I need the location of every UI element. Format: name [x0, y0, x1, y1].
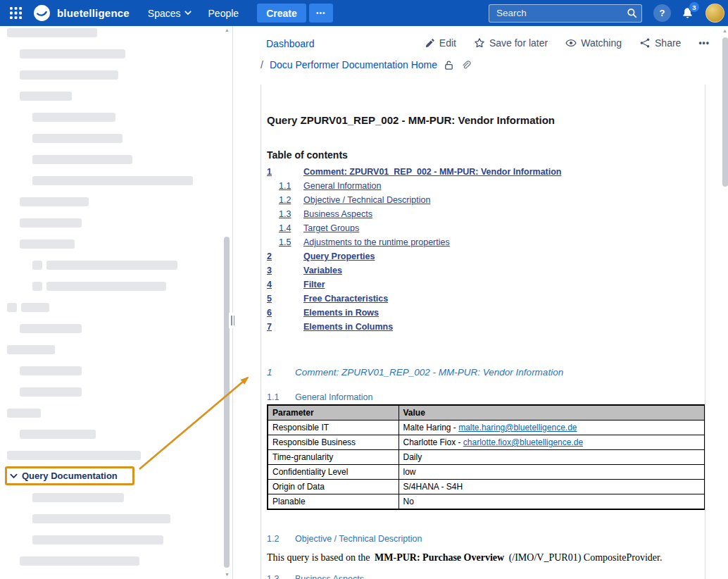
sidebar-skeleton-item[interactable]	[32, 113, 115, 122]
sidebar-skeleton-item[interactable]	[32, 514, 170, 523]
breadcrumb-dashboard[interactable]: Dashboard	[266, 38, 315, 49]
sidebar-skeleton-item[interactable]	[32, 535, 163, 544]
user-avatar[interactable]	[705, 4, 724, 23]
brand-name[interactable]: bluetelligence	[57, 7, 130, 19]
value-text: Daily	[403, 452, 422, 462]
scroll-up-icon[interactable]: ▲	[722, 28, 727, 33]
app-switcher-icon[interactable]	[10, 7, 22, 19]
toc-number-link[interactable]: 7	[267, 320, 303, 334]
breadcrumb-separator: /	[261, 59, 263, 70]
toc-label-link[interactable]: Free Characteristics	[303, 294, 388, 304]
sidebar-page-tree: Query Documentation ▲ ▼	[0, 26, 232, 579]
sidebar-resize-handle[interactable]	[229, 313, 237, 328]
toc-label-link[interactable]: Query Properties	[303, 251, 375, 261]
toc-label-link[interactable]: Target Groups	[303, 223, 359, 233]
toc-label-link[interactable]: Variables	[303, 266, 342, 275]
toc-entry: 7Elements in Columns	[267, 320, 705, 334]
toc-number-link[interactable]: 3	[267, 263, 303, 278]
help-button[interactable]: ?	[653, 4, 671, 22]
sidebar-skeleton-item[interactable]	[20, 218, 82, 228]
toc-number-link[interactable]: 5	[267, 292, 303, 306]
toc-number-link[interactable]: 2	[267, 249, 303, 263]
content-scrollbar-thumb[interactable]	[722, 37, 728, 187]
value-cell: No	[398, 494, 705, 510]
sidebar-skeleton-item[interactable]	[20, 197, 89, 206]
toc-number-link[interactable]: 1.4	[267, 221, 303, 235]
attachment-paperclip-icon[interactable]	[460, 60, 471, 70]
app: bluetelligence Spaces People Create ••• …	[0, 0, 728, 579]
toc-label-link[interactable]: Adjustments to the runtime properties	[303, 237, 450, 247]
sidebar-skeleton-item[interactable]	[32, 493, 124, 502]
search-input[interactable]	[489, 4, 642, 23]
toc-label-link[interactable]: Objective / Technical Description	[303, 195, 430, 205]
sidebar-skeleton-item[interactable]	[20, 239, 75, 249]
paragraph-bold-text: MM-PUR: Purchase Overview	[372, 552, 506, 563]
nav-spaces[interactable]: Spaces	[148, 8, 192, 19]
scroll-up-icon[interactable]: ▲	[225, 27, 230, 32]
email-link[interactable]: malte.haring@bluetelligence.de	[458, 423, 577, 432]
breadcrumb-current[interactable]: Docu Performer Documentation Home	[270, 59, 437, 70]
sidebar-skeleton-item[interactable]	[20, 430, 96, 439]
save-for-later-label: Save for later	[489, 37, 548, 49]
sidebar-skeleton-item[interactable]	[20, 556, 139, 566]
sidebar-skeleton-item[interactable]	[7, 28, 97, 37]
section-title: Business Aspects	[295, 574, 364, 579]
toc-number-link[interactable]: 1.1	[267, 179, 303, 193]
notifications-button[interactable]: 3	[682, 7, 694, 19]
toc-label-link[interactable]: Elements in Rows	[303, 308, 379, 318]
toc-number-link[interactable]: 1.2	[267, 193, 303, 207]
sidebar-skeleton-item[interactable]	[46, 261, 177, 270]
sidebar-skeleton-item[interactable]	[32, 155, 132, 164]
nav-people[interactable]: People	[208, 8, 239, 19]
sidebar-skeleton-item[interactable]	[7, 303, 17, 312]
value-text: low	[403, 467, 416, 477]
sidebar-skeleton-item[interactable]	[7, 345, 55, 354]
table-header-row: Parameter Value	[268, 405, 705, 421]
bluetelligence-logo-icon[interactable]	[33, 4, 51, 22]
sidebar-skeleton-item[interactable]	[20, 92, 72, 101]
sidebar-item-query-documentation[interactable]: Query Documentation	[10, 471, 118, 481]
watching-button[interactable]: Watching	[565, 37, 622, 49]
sidebar-skeleton-item[interactable]	[7, 409, 41, 418]
sidebar-skeleton-item[interactable]	[32, 134, 123, 143]
toc-number-link[interactable]: 1.3	[267, 207, 303, 221]
sidebar-skeleton-item[interactable]	[32, 261, 42, 270]
sidebar-skeleton-item[interactable]	[21, 303, 49, 312]
sidebar-skeleton-item[interactable]	[20, 70, 118, 80]
sidebar-skeleton-item[interactable]	[32, 176, 193, 185]
toc-label-link[interactable]: Comment: ZPURV01_REP_002 - MM-PUR: Vendo…	[303, 167, 562, 177]
toc-label-link[interactable]: General Information	[303, 181, 381, 191]
nav-spaces-label: Spaces	[148, 8, 181, 19]
toc-entry: 5Free Characteristics	[267, 292, 705, 306]
page-more-button[interactable]: •••	[698, 38, 710, 48]
search-icon[interactable]	[627, 8, 637, 18]
sidebar-skeleton-item[interactable]	[46, 282, 166, 291]
create-button[interactable]: Create	[257, 4, 306, 23]
sidebar-skeleton-item[interactable]	[20, 49, 125, 58]
share-label: Share	[655, 37, 681, 49]
sidebar-divider	[232, 26, 233, 579]
unlock-icon[interactable]	[444, 60, 454, 70]
toc-label-link[interactable]: Filter	[303, 280, 325, 290]
general-information-table: Parameter Value Responsible IT Malte Har…	[267, 404, 705, 510]
toc-number-link[interactable]: 1	[267, 165, 303, 179]
share-button[interactable]: Share	[639, 37, 681, 49]
search-box	[489, 4, 642, 23]
sidebar-scrollbar-thumb[interactable]	[224, 237, 230, 568]
toc-number-link[interactable]: 6	[267, 306, 303, 320]
email-link[interactable]: charlotte.fiox@bluetelligence.de	[463, 437, 583, 447]
create-more-button[interactable]: •••	[309, 4, 333, 23]
sidebar-skeleton-item[interactable]	[20, 387, 82, 397]
sidebar-skeleton-item[interactable]	[20, 366, 82, 375]
sidebar-skeleton-item[interactable]	[32, 282, 42, 291]
edit-button[interactable]: Edit	[425, 37, 456, 49]
breadcrumb: / Docu Performer Documentation Home	[261, 59, 471, 70]
toc-number-link[interactable]: 4	[267, 278, 303, 292]
toc-label-link[interactable]: Business Aspects	[303, 209, 372, 219]
toc-number-link[interactable]: 1.5	[267, 235, 303, 249]
save-for-later-button[interactable]: Save for later	[474, 37, 548, 49]
sidebar-skeleton-item[interactable]	[20, 324, 82, 333]
sidebar-skeleton-item[interactable]	[7, 451, 141, 460]
scroll-down-icon[interactable]: ▼	[225, 572, 230, 577]
toc-label-link[interactable]: Elements in Columns	[303, 322, 393, 332]
